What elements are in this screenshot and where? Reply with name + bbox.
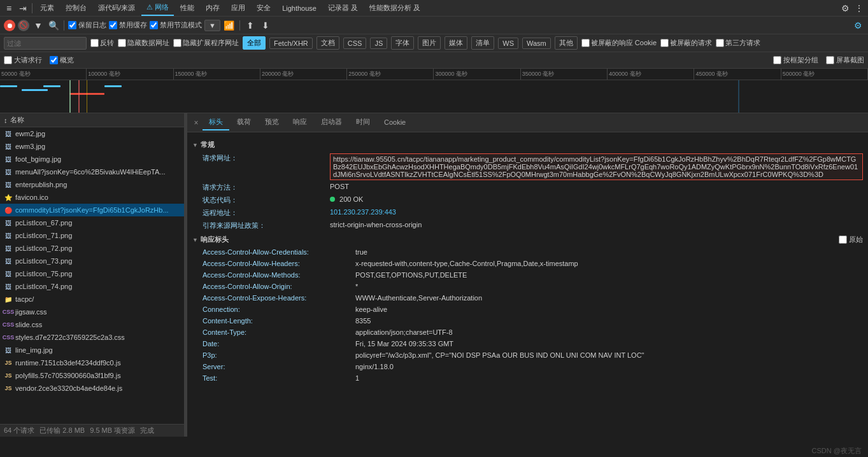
disable-cache-input[interactable] xyxy=(109,21,117,29)
reverse-checkbox[interactable]: 反转 xyxy=(90,38,114,48)
file-item-12[interactable]: 🖼 pcListIcon_74.png xyxy=(0,280,184,293)
filter-img-btn[interactable]: 图片 xyxy=(418,36,441,50)
file-item-10[interactable]: 🖼 pcListIcon_73.png xyxy=(0,255,184,267)
file-item-8[interactable]: 🖼 pcListIcon_71.png xyxy=(0,229,184,242)
tab-lighthouse[interactable]: Lighthouse xyxy=(277,2,322,15)
file-item-6[interactable]: 🔴 commodityList?jsonKey=FfgDi65b1CgkJoRz… xyxy=(0,204,184,216)
screenshot-input[interactable] xyxy=(826,56,834,64)
hide-extension-checkbox[interactable]: 隐藏扩展程序网址 xyxy=(173,38,239,48)
detail-close-btn[interactable]: × xyxy=(191,118,201,128)
file-item-0[interactable]: 🖼 ewm2.jpg xyxy=(0,127,184,140)
filter-other-btn[interactable]: 其他 xyxy=(555,36,578,50)
filter-manifest-btn[interactable]: 清单 xyxy=(471,36,494,50)
file-item-14[interactable]: CSS jigsaw.css xyxy=(0,306,184,318)
tab-elements[interactable]: 元素 xyxy=(35,1,59,15)
network-settings-icon[interactable]: ⚙ xyxy=(851,19,864,32)
tab-memory[interactable]: 内存 xyxy=(201,1,225,15)
tab-security[interactable]: 安全 xyxy=(252,1,276,15)
raw-headers-input[interactable] xyxy=(839,236,847,244)
tab-network[interactable]: ⚠ 网络 xyxy=(141,0,174,16)
file-item-5[interactable]: ⭐ favicon.ico xyxy=(0,191,184,204)
remote-address-value[interactable]: 101.230.237.239:443 xyxy=(330,208,863,216)
blocked-cookie-input[interactable] xyxy=(581,39,590,47)
export-icon[interactable]: ⬇ xyxy=(259,19,272,32)
file-item-3[interactable]: 🖼 menuAll?jsonKey=6co%2B5ivakuW4lHiEepTA… xyxy=(0,165,184,178)
devtools-icon-1[interactable]: ≡ xyxy=(3,2,15,15)
tab-sources[interactable]: 源代码/来源 xyxy=(93,1,140,15)
sort-icon[interactable]: ↕ xyxy=(4,116,8,124)
hide-data-url-checkbox[interactable]: 隐藏数据网址 xyxy=(118,38,169,48)
reverse-input[interactable] xyxy=(90,39,99,47)
overview-checkbox[interactable]: 概览 xyxy=(50,55,74,65)
clear-btn[interactable]: 🚫 xyxy=(18,20,29,31)
tab-preview[interactable]: 预览 xyxy=(259,115,285,130)
disable-throttle-checkbox[interactable]: 禁用节流模式 xyxy=(150,20,202,30)
file-item-17[interactable]: 🖼 line_img.jpg xyxy=(0,344,184,356)
tab-cookies[interactable]: Cookie xyxy=(378,116,412,130)
blocked-requests-input[interactable] xyxy=(660,39,669,47)
hide-extension-input[interactable] xyxy=(173,39,181,47)
file-item-2[interactable]: 🖼 foot_bgimg.jpg xyxy=(0,153,184,165)
file-item-18[interactable]: JS runtime.7151cb3def4234ddf9c0.js xyxy=(0,356,184,369)
tab-application[interactable]: 应用 xyxy=(226,1,250,15)
filter-css-btn[interactable]: CSS xyxy=(343,38,367,49)
tab-response[interactable]: 响应 xyxy=(287,115,313,130)
file-item-4[interactable]: 🖼 enterpublish.png xyxy=(0,178,184,191)
raw-checkbox-label[interactable]: 原始 xyxy=(839,235,863,244)
filter-input[interactable] xyxy=(4,37,87,50)
file-item-19[interactable]: JS polyfills.57c7053900660a3f1bf9.js xyxy=(0,369,184,382)
big-rows-input[interactable] xyxy=(4,56,12,64)
search-icon[interactable]: 🔍 xyxy=(47,19,60,32)
filter-all-btn[interactable]: 全部 xyxy=(243,36,266,50)
import-icon[interactable]: ⬆ xyxy=(244,19,257,32)
settings-icon[interactable]: ⚙ xyxy=(839,2,851,15)
screenshot-checkbox[interactable]: 屏幕截图 xyxy=(826,55,864,65)
filter-js-btn[interactable]: JS xyxy=(370,38,387,49)
tab-timing[interactable]: 时间 xyxy=(350,115,376,130)
file-item-15[interactable]: CSS slide.css xyxy=(0,318,184,331)
tab-console[interactable]: 控制台 xyxy=(60,1,92,15)
filter-wasm-btn[interactable]: Wasm xyxy=(522,38,551,49)
overview-input[interactable] xyxy=(50,56,58,64)
tab-recorder[interactable]: 记录器 及 xyxy=(323,1,363,15)
more-icon[interactable]: ⋮ xyxy=(853,2,865,15)
file-item-16[interactable]: CSS styles.d7e2722c37659225c2a3.css xyxy=(0,331,184,344)
keep-log-input[interactable] xyxy=(68,21,76,29)
tab-headers[interactable]: 标头 xyxy=(203,115,229,130)
throttle-dropdown[interactable]: ▼ xyxy=(204,20,220,31)
file-list-scroll[interactable]: 🖼 ewm2.jpg 🖼 ewm3.jpg 🖼 foot_bgimg.jpg 🖼… xyxy=(0,127,184,424)
request-url-value[interactable]: https://tianaw.95505.cn/tacpc/tiananapp/… xyxy=(330,153,863,180)
blocked-cookie-checkbox[interactable]: 被屏蔽的响应 Cookie xyxy=(581,38,657,48)
tab-initiator[interactable]: 启动器 xyxy=(315,115,348,130)
filter-media-btn[interactable]: 媒体 xyxy=(445,36,467,50)
filter-font-btn[interactable]: 字体 xyxy=(391,36,414,50)
file-item-1[interactable]: 🖼 ewm3.jpg xyxy=(0,140,184,153)
stop-recording-btn[interactable]: ⏺ xyxy=(4,20,15,31)
third-party-input[interactable] xyxy=(716,39,724,47)
filter-fetch-xhr-btn[interactable]: Fetch/XHR xyxy=(269,38,313,49)
file-item-7[interactable]: 🖼 pcListIcon_67.png xyxy=(0,216,184,229)
disable-throttle-input[interactable] xyxy=(150,21,158,29)
group-by-frame-checkbox[interactable]: 按框架分组 xyxy=(773,55,818,65)
tab-payload[interactable]: 载荷 xyxy=(231,115,257,130)
group-by-frame-input[interactable] xyxy=(773,56,781,64)
blocked-requests-checkbox[interactable]: 被屏蔽的请求 xyxy=(660,38,712,48)
response-headers-section-header[interactable]: ▼ 响应标头 原始 xyxy=(187,232,868,247)
file-item-20[interactable]: JS vendor.2ce3e3320cb4ae4de84e.js xyxy=(0,382,184,395)
filter-ws-btn[interactable]: WS xyxy=(498,38,518,49)
tab-perf-insights[interactable]: 性能数据分析 及 xyxy=(364,1,425,15)
filter-doc-btn[interactable]: 文档 xyxy=(317,36,339,50)
wifi-icon[interactable]: 📶 xyxy=(223,19,236,32)
general-section-header[interactable]: ▼ 常规 xyxy=(187,137,868,152)
tab-performance[interactable]: 性能 xyxy=(175,1,199,15)
third-party-checkbox[interactable]: 第三方请求 xyxy=(716,38,760,48)
hide-data-url-input[interactable] xyxy=(118,39,126,47)
keep-log-checkbox[interactable]: 保留日志 xyxy=(68,20,106,30)
file-item-13[interactable]: 📁 tacpc/ xyxy=(0,293,184,306)
disable-cache-checkbox[interactable]: 禁用缓存 xyxy=(109,20,147,30)
devtools-icon-2[interactable]: ⇥ xyxy=(17,2,29,15)
file-item-11[interactable]: 🖼 pcListIcon_75.png xyxy=(0,267,184,280)
filter-icon[interactable]: ▼ xyxy=(32,19,45,32)
big-rows-checkbox[interactable]: 大请求行 xyxy=(4,55,42,65)
file-item-9[interactable]: 🖼 pcListIcon_72.png xyxy=(0,242,184,255)
